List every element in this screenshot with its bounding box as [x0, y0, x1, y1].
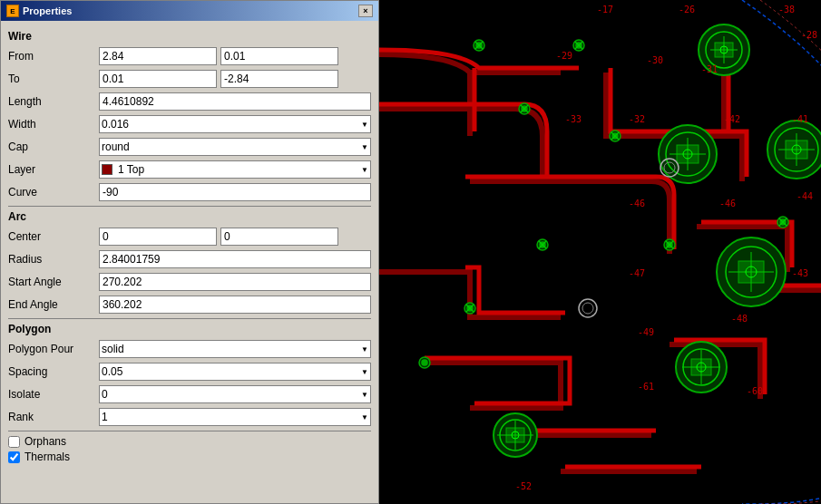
spacing-value: 0.05 0.1 0.2 — [99, 363, 371, 381]
polygon-pour-value: solid cutout hatch — [99, 340, 371, 358]
rank-select-wrapper: 1 2 3 — [99, 408, 371, 426]
svg-text:-17: -17 — [597, 5, 613, 15]
polygon-pour-select-wrapper: solid cutout hatch — [99, 340, 371, 358]
spacing-select[interactable]: 0.05 0.1 0.2 — [99, 363, 371, 381]
end-angle-row: End Angle — [8, 295, 371, 315]
cap-row: Cap round flat square — [8, 137, 371, 157]
thermals-checkbox[interactable] — [8, 451, 20, 463]
svg-text:-29: -29 — [556, 51, 572, 61]
length-input[interactable] — [99, 92, 371, 111]
curve-value — [99, 183, 371, 201]
curve-input[interactable] — [99, 183, 371, 201]
from-row: From — [8, 46, 371, 66]
isolate-select[interactable]: 0 1 2 — [99, 385, 371, 403]
layer-value: 1 Top 2 Bottom 3 Signal 16 Ground — [99, 160, 371, 179]
properties-panel: E Properties × Wire From To Length — [0, 0, 379, 504]
rank-label: Rank — [8, 411, 99, 423]
spacing-row: Spacing 0.05 0.1 0.2 — [8, 362, 371, 382]
svg-text:-48: -48 — [731, 314, 748, 324]
divider-2 — [8, 318, 371, 319]
panel-titlebar: E Properties × — [1, 1, 378, 21]
svg-text:-42: -42 — [724, 114, 740, 124]
spacing-label: Spacing — [8, 365, 99, 378]
to-label: To — [8, 73, 99, 85]
rank-row: Rank 1 2 3 — [8, 407, 371, 427]
panel-body: Wire From To Length Width — [1, 21, 378, 503]
length-value — [99, 92, 371, 111]
from-input-x[interactable] — [99, 47, 217, 65]
width-row: Width 0.016 0.1 0.2 0.5 — [8, 114, 371, 134]
curve-label: Curve — [8, 186, 99, 199]
polygon-pour-row: Polygon Pour solid cutout hatch — [8, 339, 371, 359]
wire-section-header: Wire — [8, 30, 371, 43]
layer-label: Layer — [8, 163, 99, 176]
svg-text:-60: -60 — [747, 386, 763, 396]
from-input-y[interactable] — [220, 47, 338, 65]
svg-text:-52: -52 — [515, 481, 532, 491]
isolate-row: Isolate 0 1 2 — [8, 384, 371, 404]
pcb-canvas: -38 -26 -17 -28 -31 -30 -29 -41 -42 -33 … — [379, 0, 821, 504]
radius-value — [99, 250, 371, 268]
rank-value: 1 2 3 — [99, 408, 371, 426]
isolate-select-wrapper: 0 1 2 — [99, 385, 371, 403]
layer-select[interactable]: 1 Top 2 Bottom 3 Signal 16 Ground — [99, 160, 371, 179]
start-angle-input[interactable] — [99, 273, 371, 291]
close-button[interactable]: × — [358, 5, 373, 17]
svg-text:-30: -30 — [647, 55, 663, 65]
svg-text:-47: -47 — [629, 268, 645, 278]
polygon-pour-label: Polygon Pour — [8, 343, 99, 355]
svg-text:-38: -38 — [778, 5, 795, 15]
svg-text:-49: -49 — [638, 327, 654, 337]
cap-value: round flat square — [99, 138, 371, 156]
start-angle-value — [99, 273, 371, 291]
thermals-row: Thermals — [8, 451, 371, 463]
svg-text:-46: -46 — [719, 199, 736, 208]
center-row: Center — [8, 227, 371, 247]
center-input-x[interactable] — [99, 228, 217, 246]
layer-row: Layer 1 Top 2 Bottom 3 Signal 16 Ground — [8, 160, 371, 179]
length-row: Length — [8, 92, 371, 111]
thermals-label[interactable]: Thermals — [24, 451, 70, 463]
svg-point-52 — [422, 360, 427, 365]
orphans-checkbox[interactable] — [8, 436, 20, 448]
polygon-pour-select[interactable]: solid cutout hatch — [99, 340, 371, 358]
length-label: Length — [8, 95, 99, 108]
isolate-value: 0 1 2 — [99, 385, 371, 403]
pcb-area: -38 -26 -17 -28 -31 -30 -29 -41 -42 -33 … — [379, 0, 821, 504]
spacing-select-wrapper: 0.05 0.1 0.2 — [99, 363, 371, 381]
to-row: To — [8, 69, 371, 89]
start-angle-row: Start Angle — [8, 272, 371, 292]
svg-text:-61: -61 — [638, 382, 654, 392]
width-select[interactable]: 0.016 0.1 0.2 0.5 — [99, 115, 371, 133]
to-input-x[interactable] — [99, 70, 217, 88]
width-value: 0.016 0.1 0.2 0.5 — [99, 115, 371, 133]
arc-section-header: Arc — [8, 210, 371, 223]
rank-select[interactable]: 1 2 3 — [99, 408, 371, 426]
radius-input[interactable] — [99, 250, 371, 268]
svg-text:-44: -44 — [797, 191, 813, 201]
radius-label: Radius — [8, 253, 99, 266]
title-icon: E — [6, 5, 19, 17]
svg-text:-33: -33 — [565, 114, 582, 124]
end-angle-label: End Angle — [8, 298, 99, 311]
svg-text:-31: -31 — [701, 64, 718, 74]
title-left: E Properties — [6, 5, 72, 17]
to-input-y[interactable] — [220, 70, 338, 88]
center-value — [99, 228, 371, 246]
cap-select[interactable]: round flat square — [99, 138, 371, 156]
radius-row: Radius — [8, 249, 371, 269]
center-input-y[interactable] — [220, 228, 338, 246]
end-angle-value — [99, 296, 371, 314]
isolate-label: Isolate — [8, 388, 99, 401]
from-label: From — [8, 50, 99, 63]
orphans-row: Orphans — [8, 435, 371, 448]
end-angle-input[interactable] — [99, 296, 371, 314]
svg-text:-41: -41 — [792, 114, 808, 124]
width-select-wrapper: 0.016 0.1 0.2 0.5 — [99, 115, 371, 133]
svg-text:-32: -32 — [629, 114, 645, 124]
layer-select-wrapper: 1 Top 2 Bottom 3 Signal 16 Ground — [99, 160, 371, 179]
cap-label: Cap — [8, 141, 99, 153]
svg-text:-46: -46 — [629, 199, 645, 208]
svg-text:-43: -43 — [792, 268, 808, 278]
orphans-label[interactable]: Orphans — [24, 435, 66, 448]
